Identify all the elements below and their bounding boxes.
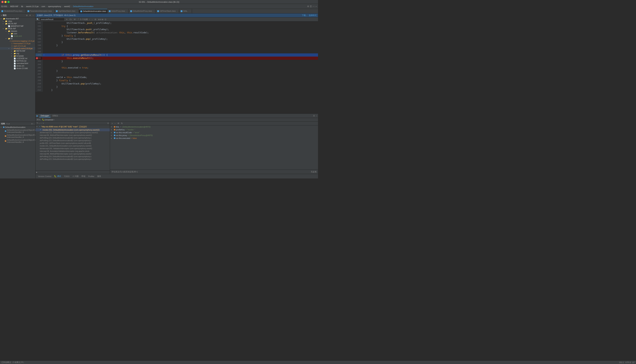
tab-actionproxy[interactable]: ActionProxy.class × <box>107 9 129 13</box>
resume-icon[interactable]: ▶ <box>37 114 38 117</box>
tab-console[interactable]: 控制台 <box>51 114 60 118</box>
frame-item-12[interactable]: doProfiling:223, DefaultActionInvocation… <box>36 158 110 160</box>
settings-icon[interactable]: ⚙ <box>307 5 309 8</box>
tab-close-icon[interactable]: × <box>190 10 190 12</box>
thread-item-current[interactable]: ▾ ✓ "http-nio-8080-exec-4"@2,967 在组 "mai… <box>36 125 110 128</box>
match-case-btn[interactable]: Cc <box>69 18 72 21</box>
settings-icon[interactable]: ⚙ <box>29 14 32 16</box>
struct-member-2[interactable]: DefaultActionInvocation(ObjectFactory, U… <box>0 134 35 138</box>
tree-item-manifest[interactable]: 📄 MANIFEST.MF <box>0 25 35 27</box>
step-over-icon[interactable]: ↷ <box>37 122 38 124</box>
tree-item-template[interactable]: ▸ 📁 template <box>0 55 35 57</box>
breadcrumb-xwork2[interactable]: xwork2 <box>64 5 70 8</box>
download-link[interactable]: 下载... <box>302 14 307 17</box>
remove-watch-icon[interactable]: − <box>114 122 116 125</box>
tree-item-ognl[interactable]: ⬡ ognl-2.6.11.jar <box>0 45 35 47</box>
tree-item-lib[interactable]: ▾ 📁 lib <box>0 37 35 40</box>
tree-item-classes[interactable]: ▾ 📁 classes <box>0 30 35 32</box>
debug-btn[interactable]: 🐛 调试 <box>53 174 62 178</box>
settings-icon[interactable]: ⚙ <box>31 123 33 125</box>
tree-item-com[interactable]: ▸ 📁 com <box>0 32 35 35</box>
breadcrumb-file[interactable]: DefaultActionInvocation <box>73 5 94 8</box>
more-icon[interactable]: ⋯ <box>313 5 315 8</box>
breadcrumb-com[interactable]: com <box>42 5 45 8</box>
clear-search-icon[interactable]: ✕ <box>65 18 68 21</box>
version-control-btn[interactable]: Version Control <box>37 175 52 178</box>
breadcrumb-jar[interactable]: xwork-2.0.3.jar <box>26 5 39 8</box>
collapse-icon[interactable]: ▾ <box>1 14 2 16</box>
tab-defa[interactable]: Defa... × <box>179 9 192 13</box>
close-search-btn[interactable]: ⊟ <box>94 18 97 20</box>
tree-item-struts2core[interactable]: ▾ ⬡ struts2-core-2.0.8.jar <box>0 47 35 50</box>
var-expand-icon[interactable]: ▸ <box>111 134 113 136</box>
search-input[interactable] <box>40 18 65 21</box>
var-item-this[interactable]: ▾ this = {DefaultActionInvocation@4972} <box>110 126 318 128</box>
tree-item-commons[interactable]: ⬡ commons-logging-1.0.4.jar <box>0 40 35 42</box>
sort-watch-icon[interactable]: ⇅ <box>121 122 123 125</box>
tab-parametersinterceptor[interactable]: ParametersInterceptor.class × <box>26 9 55 13</box>
next-result-btn[interactable]: ↓ <box>91 18 93 20</box>
breadcrumb-lib[interactable]: lib <box>21 5 23 8</box>
frame-item-7[interactable]: invoke:221, DefaultActionInvocation (com… <box>36 144 110 147</box>
tree-item-org2[interactable]: ▸ 📁 org <box>0 52 35 55</box>
tree-item-strutsdtd[interactable]: 📄 struts-2.0.dtd <box>0 67 35 70</box>
var-expand-icon[interactable]: ▾ <box>111 126 113 128</box>
resume-btn[interactable]: ▶ <box>36 171 109 173</box>
tree-item-strutsxml[interactable]: 📄 struts.xml <box>0 35 35 37</box>
tab-debugger[interactable]: Debugger <box>39 114 51 118</box>
close-button[interactable] <box>2 1 4 3</box>
minimize-panel-icon[interactable]: ─ <box>315 5 317 8</box>
tree-item-downloads[interactable]: ▾ 📁 downloads-067 <box>0 18 35 20</box>
select-style-link[interactable]: 选择样式 <box>309 14 317 17</box>
minimize-button[interactable] <box>5 1 7 3</box>
tab-close-icon[interactable]: × <box>126 10 127 12</box>
problems-btn[interactable]: ⚠ 问题 <box>71 174 80 178</box>
maximize-button[interactable] <box>8 1 10 3</box>
run-to-cursor-icon[interactable]: ⇢ <box>42 122 44 124</box>
tree-item-metainf[interactable]: ▸ 📁 META-INF <box>0 22 35 25</box>
terminal-btn[interactable]: 终端 <box>80 174 87 178</box>
var-item-executed[interactable]: ▸ oo this.executed = false <box>110 137 318 140</box>
tab-close-icon[interactable]: × <box>153 10 154 12</box>
tab-close-icon[interactable]: × <box>177 10 178 12</box>
frame-item-5[interactable]: doProfiling:223, DefaultActionInvocation… <box>36 139 110 142</box>
frame-item-2[interactable]: doIntercept:221, DefaultWorkflowIntercep… <box>36 131 110 134</box>
tab-ognlvaluestack[interactable]: OgnlValueStack.class × <box>55 9 79 13</box>
struct-member-1[interactable]: DefaultActionInvocation(ObjectFactory, U… <box>0 128 35 134</box>
settings-watch-icon[interactable]: ⚙ <box>117 122 120 125</box>
var-expand-icon[interactable]: ▸ <box>111 137 113 139</box>
tab-defaultactioninvocation[interactable]: DefaultActionInvocation.class × <box>79 9 107 13</box>
tree-item-strutsvm[interactable]: 📄 struts.vm <box>0 64 35 67</box>
frame-item-9[interactable]: intercept:48, AnnotationValidationInterc… <box>36 150 110 152</box>
frame-item-6[interactable]: profile:455, UtilTimerStack (com.opensym… <box>36 142 110 144</box>
close-session-icon[interactable]: × <box>54 119 55 121</box>
frame-item-10[interactable]: intercept:86, MethodFilterInterceptor (c… <box>36 152 110 155</box>
add-watch-icon[interactable]: + <box>111 122 113 125</box>
whole-word-btn[interactable]: W <box>73 18 76 21</box>
tab-strutsactionproxy[interactable]: StrutsActionProxy.class × <box>0 9 26 13</box>
todo-btn[interactable]: TODO <box>63 175 71 178</box>
code-editor[interactable]: 191 UtilTimerStack._push_(_profileKey); … <box>36 22 318 114</box>
tab-close-icon[interactable]: × <box>77 10 77 12</box>
tree-item-license[interactable]: 📄 LICENSE.txt <box>0 57 35 60</box>
tab-close-icon[interactable]: × <box>53 10 54 12</box>
frame-item-11[interactable]: doProfiling:224, DefaultActionInvocation… <box>36 155 110 158</box>
tab-utiltimerstack[interactable]: UtilTimerStack.class × <box>156 9 179 13</box>
tab-defaultactionproxy[interactable]: DefaultActionProxy.class × <box>129 9 156 13</box>
var-item-resultcode[interactable]: ▸ oo this.resultCode = "error" <box>110 131 318 134</box>
breadcrumb-webinf[interactable]: WEB-INF <box>10 5 18 8</box>
frame-item-active[interactable]: ↺ invoke:252, DefaultActionInvocation (c… <box>36 128 110 131</box>
filter-icon[interactable]: ⊡ <box>107 122 109 124</box>
align-icon[interactable]: ⊞ <box>26 14 28 16</box>
var-expand-icon[interactable]: ▸ <box>111 129 113 130</box>
tree-item-overview[interactable]: 📄 overview.html <box>0 62 35 64</box>
var-expand-icon[interactable]: ▸ <box>111 132 113 134</box>
close-icon[interactable]: – <box>33 123 34 125</box>
services-btn[interactable]: 服务 <box>96 174 102 178</box>
tree-item-webinf[interactable]: ▾ 📁 WEB-INF <box>0 27 35 30</box>
tree-item-notice[interactable]: 📄 NOTICE.txt <box>0 60 35 62</box>
tree-item-metainf2[interactable]: ▸ 📁 META-INF <box>0 50 35 52</box>
var-item-proxy[interactable]: ▸ oo this.proxy = {StrutsActionProxy@497… <box>110 134 318 137</box>
frame-item-8[interactable]: doIntercept:150, ValidationInterceptor (… <box>36 147 110 150</box>
tab-close-icon[interactable]: × <box>24 10 24 12</box>
